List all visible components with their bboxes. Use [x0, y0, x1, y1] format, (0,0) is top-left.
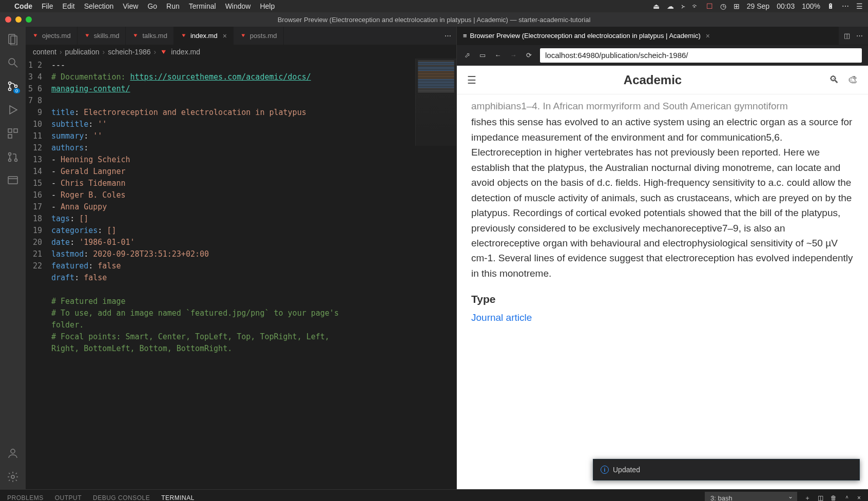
close-tab-icon[interactable]: ×: [223, 32, 227, 40]
web-search-icon[interactable]: 🔍︎: [829, 74, 839, 86]
svg-rect-9: [14, 129, 17, 132]
svg-point-4: [9, 82, 11, 85]
svg-point-12: [9, 159, 11, 162]
device-icon[interactable]: ▭: [478, 51, 487, 59]
accounts-icon[interactable]: [6, 446, 20, 460]
panel-tab-terminal[interactable]: TERMINAL: [161, 491, 195, 502]
calendar-icon[interactable]: ☐: [706, 2, 713, 10]
svg-rect-14: [8, 177, 17, 184]
menu-view[interactable]: View: [123, 2, 138, 10]
search-icon[interactable]: [6, 55, 20, 70]
github-pr-icon[interactable]: [6, 150, 20, 164]
window-title: Browser Preview (Electroreception and el…: [278, 16, 591, 24]
new-terminal-icon[interactable]: ＋: [804, 494, 811, 502]
menu-terminal[interactable]: Terminal: [189, 2, 216, 10]
site-brand[interactable]: Academic: [476, 73, 829, 87]
close-panel-icon[interactable]: ×: [857, 494, 861, 501]
breadcrumb[interactable]: content› publication› scheich-1986› 🔻 in…: [26, 45, 456, 59]
publication-type-link[interactable]: Journal article: [471, 310, 854, 325]
code-editor[interactable]: 1 2 3 4 5 6 7 8 9 10 11 12 13 14 15 16 1…: [26, 59, 456, 489]
source-control-icon[interactable]: 0: [6, 79, 20, 93]
markdown-icon: 🔻: [84, 32, 91, 39]
menu-selection[interactable]: Selection: [84, 2, 114, 10]
menu-run[interactable]: Run: [166, 2, 180, 10]
abstract-text: fishes this sense has evolved to an acti…: [471, 114, 854, 281]
panel-tab-problems[interactable]: PROBLEMS: [7, 491, 44, 501]
hamburger-icon[interactable]: ☰: [467, 74, 476, 86]
kill-terminal-icon[interactable]: 🗑: [831, 494, 837, 501]
tab-label: talks.md: [142, 32, 167, 40]
svg-point-2: [9, 59, 15, 65]
tab-browser-preview[interactable]: ≡ Browser Preview (Electroreception and …: [457, 27, 839, 45]
traffic-lights: [5, 16, 32, 23]
inspect-icon[interactable]: ⬀: [463, 51, 471, 59]
input-icon[interactable]: ⊞: [734, 2, 740, 10]
svg-point-5: [9, 88, 11, 91]
control-center-icon[interactable]: ☰: [856, 2, 863, 10]
run-debug-icon[interactable]: [6, 103, 20, 117]
more-actions-icon[interactable]: ⋯: [856, 32, 863, 40]
split-terminal-icon[interactable]: ◫: [818, 494, 823, 501]
activity-bar: 0: [0, 27, 26, 489]
menu-go[interactable]: Go: [147, 2, 157, 10]
browser-preview-icon[interactable]: [6, 174, 20, 188]
panel-tabs: PROBLEMS OUTPUT DEBUG CONSOLE TERMINAL 3…: [0, 490, 868, 501]
wifi-icon[interactable]: ᯤ: [692, 2, 699, 10]
terminal-select[interactable]: 3: bash: [705, 492, 797, 501]
editor-tabs-left: 🔻ojects.md 🔻skills.md 🔻talks.md 🔻index.m…: [26, 27, 456, 45]
spotlight-icon[interactable]: ⋯: [842, 2, 849, 10]
airplay-icon[interactable]: ⏏: [653, 2, 660, 10]
cloud-icon[interactable]: ☁: [667, 2, 674, 10]
minimap[interactable]: [415, 59, 456, 146]
settings-gear-icon[interactable]: [6, 470, 20, 484]
tabs-overflow-button[interactable]: ⋯: [439, 27, 456, 45]
code-content[interactable]: --- # Documentation: https://sourcetheme…: [51, 59, 456, 489]
split-editor-icon[interactable]: ◫: [844, 32, 850, 40]
svg-rect-10: [8, 134, 12, 138]
editor-group-left: 🔻ojects.md 🔻skills.md 🔻talks.md 🔻index.m…: [26, 27, 457, 489]
panel-tab-output[interactable]: OUTPUT: [55, 491, 82, 501]
crumb[interactable]: scheich-1986: [108, 48, 150, 56]
maximize-panel-icon[interactable]: ＾: [844, 494, 850, 502]
url-input[interactable]: [540, 48, 862, 63]
menu-edit[interactable]: Edit: [63, 2, 75, 10]
list-icon: ≡: [463, 32, 467, 40]
tab-label: Browser Preview (Electroreception and el…: [470, 32, 701, 40]
markdown-icon: 🔻: [240, 32, 247, 39]
web-content[interactable]: ☰ Academic 🔍︎ 🎨︎ amphibians1–4. In Afric…: [457, 66, 868, 489]
tab-label: posts.md: [250, 32, 277, 40]
tab-projects[interactable]: 🔻ojects.md: [26, 27, 78, 45]
menu-time: 00:03: [777, 2, 795, 10]
theme-icon[interactable]: 🎨︎: [847, 74, 858, 86]
tab-talks[interactable]: 🔻talks.md: [126, 27, 173, 45]
crumb[interactable]: publication: [65, 48, 100, 56]
crumb[interactable]: index.md: [171, 48, 200, 56]
panel-tab-debug[interactable]: DEBUG CONSOLE: [93, 491, 150, 501]
close-window-button[interactable]: [5, 16, 11, 23]
explorer-icon[interactable]: [6, 32, 20, 46]
notification-toast[interactable]: i Updated: [593, 459, 860, 480]
svg-point-13: [15, 159, 17, 162]
tab-index[interactable]: 🔻index.md×: [174, 27, 234, 45]
preview-toolbar: ⬀ ▭ ← → ⟳: [457, 45, 868, 66]
back-icon[interactable]: ←: [494, 51, 502, 59]
svg-rect-8: [8, 129, 12, 132]
menu-file[interactable]: File: [42, 2, 53, 10]
tab-posts[interactable]: 🔻posts.md: [234, 27, 284, 45]
minimize-window-button[interactable]: [15, 16, 22, 23]
extensions-icon[interactable]: [6, 126, 20, 141]
tab-skills[interactable]: 🔻skills.md: [78, 27, 126, 45]
app-name[interactable]: Code: [14, 2, 32, 10]
bluetooth-icon[interactable]: ᚛: [681, 2, 685, 10]
clock-icon[interactable]: ◷: [720, 2, 726, 10]
svg-point-17: [11, 475, 14, 478]
battery-icon[interactable]: 🔋︎: [827, 2, 835, 10]
menu-window[interactable]: Window: [225, 2, 251, 10]
close-tab-icon[interactable]: ×: [706, 32, 710, 40]
reload-icon[interactable]: ⟳: [525, 51, 533, 59]
tab-label: skills.md: [94, 32, 120, 40]
forward-icon[interactable]: →: [509, 51, 517, 59]
crumb[interactable]: content: [33, 48, 56, 56]
menu-help[interactable]: Help: [260, 2, 275, 10]
maximize-window-button[interactable]: [26, 16, 32, 23]
